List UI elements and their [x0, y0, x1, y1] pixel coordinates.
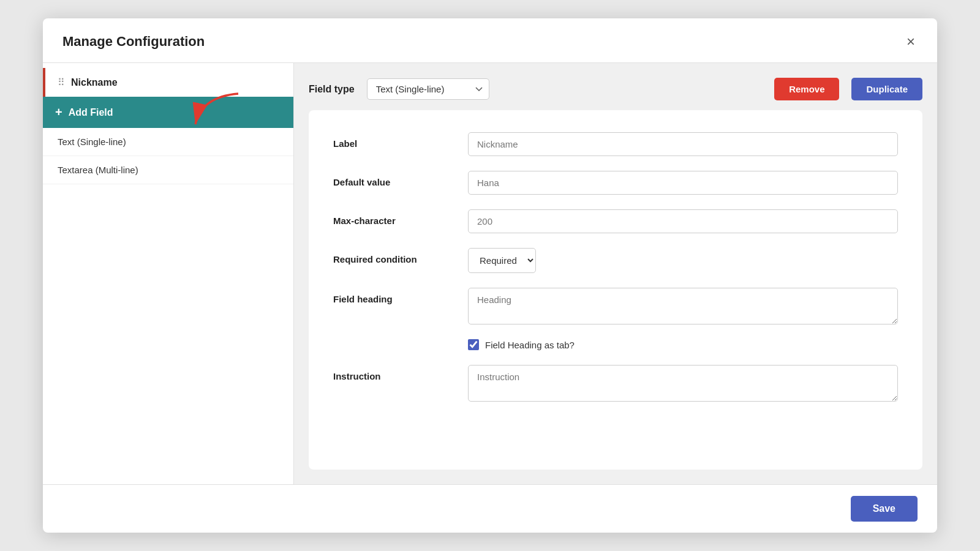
- modal-footer: Save: [43, 484, 937, 533]
- add-field-icon: +: [55, 105, 62, 119]
- add-field-label: Add Field: [69, 107, 113, 118]
- field-heading-label: Field heading: [333, 288, 456, 304]
- form-row-max-character: Max-character: [333, 209, 898, 233]
- sidebar-add-field-button[interactable]: + Add Field: [43, 97, 293, 128]
- label-field-label: Label: [333, 132, 456, 149]
- modal-title: Manage Configuration: [62, 34, 205, 50]
- instruction-textarea[interactable]: [468, 365, 898, 402]
- instruction-label: Instruction: [333, 365, 456, 381]
- field-type-label: Field type: [309, 84, 355, 95]
- max-character-input[interactable]: [468, 209, 898, 233]
- form-row-default-value: Default value: [333, 171, 898, 195]
- form-card: Label Default value Max-character Requir…: [309, 110, 922, 470]
- sidebar-item-text-singleline[interactable]: Text (Single-line): [43, 128, 293, 156]
- sidebar-nickname-label: Nickname: [71, 77, 118, 88]
- manage-configuration-modal: Manage Configuration × ⠿ Nickname: [43, 18, 937, 533]
- sidebar-item-nickname[interactable]: ⠿ Nickname: [43, 68, 293, 97]
- main-content: Field type Text (Single-line) Textarea (…: [294, 63, 937, 484]
- duplicate-button[interactable]: Duplicate: [851, 78, 922, 100]
- field-heading-as-tab-checkbox[interactable]: [468, 339, 479, 350]
- form-row-required-condition: Required condition Required Optional: [333, 248, 898, 273]
- form-row-label: Label: [333, 132, 898, 156]
- sidebar: ⠿ Nickname + Add Field: [43, 63, 294, 484]
- remove-button[interactable]: Remove: [774, 78, 839, 100]
- max-character-label: Max-character: [333, 209, 456, 226]
- required-condition-label: Required condition: [333, 248, 456, 264]
- field-type-select[interactable]: Text (Single-line) Textarea (Multi-line): [367, 78, 489, 100]
- drag-icon: ⠿: [58, 77, 65, 88]
- modal-header: Manage Configuration ×: [43, 18, 937, 63]
- save-button[interactable]: Save: [851, 496, 918, 522]
- checkbox-row: Field Heading as tab?: [468, 339, 898, 350]
- field-type-bar: Field type Text (Single-line) Textarea (…: [309, 78, 922, 100]
- field-heading-textarea[interactable]: [468, 288, 898, 324]
- default-value-label: Default value: [333, 171, 456, 187]
- modal-body: ⠿ Nickname + Add Field: [43, 63, 937, 484]
- form-row-field-heading: Field heading: [333, 288, 898, 324]
- required-condition-select[interactable]: Required Optional: [468, 248, 536, 273]
- close-button[interactable]: ×: [904, 32, 918, 51]
- label-input[interactable]: [468, 132, 898, 156]
- sidebar-item-textarea-multiline[interactable]: Textarea (Multi-line): [43, 156, 293, 184]
- default-value-input[interactable]: [468, 171, 898, 195]
- form-row-instruction: Instruction: [333, 365, 898, 402]
- field-heading-as-tab-label: Field Heading as tab?: [485, 340, 575, 350]
